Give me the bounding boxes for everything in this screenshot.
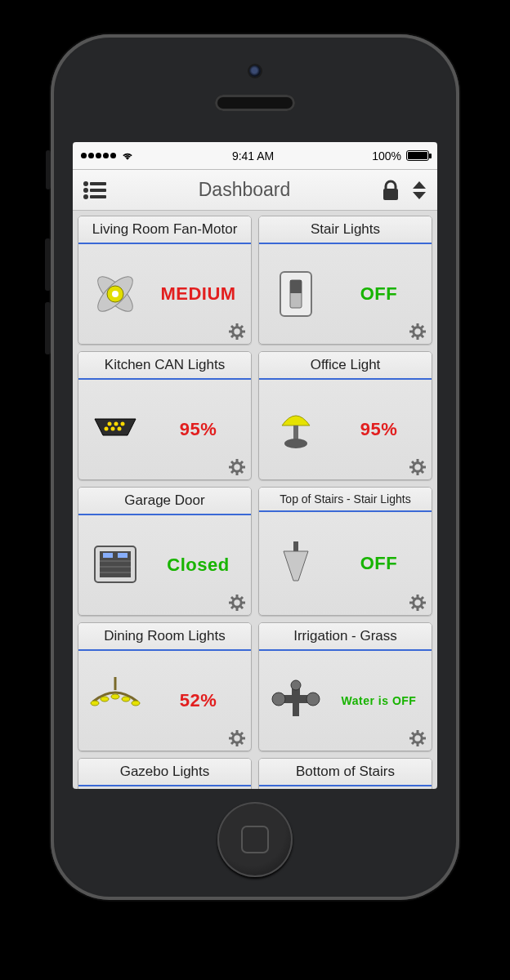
sprinkler-icon (267, 672, 324, 729)
app-header: Dashboard (73, 170, 437, 211)
tile-title: Stair Lights (259, 216, 432, 244)
page-title: Dashboard (199, 179, 291, 201)
canlight-icon (87, 401, 144, 458)
gear-icon[interactable] (409, 729, 427, 747)
device-tile[interactable]: Office Light95% (258, 351, 432, 480)
svg-marker-7 (413, 181, 426, 189)
tile-title: Gazebo Lights (78, 759, 251, 786)
gear-icon[interactable] (228, 594, 246, 612)
device-tile[interactable]: Irrigation - GrassWater is OFF (258, 622, 432, 751)
device-tile[interactable]: Living Room Fan-MotorMEDIUM (78, 216, 252, 345)
phone-speaker (215, 95, 295, 111)
chandelier-icon (87, 672, 144, 729)
lamp-icon (267, 401, 324, 458)
menu-list-icon[interactable] (83, 180, 107, 200)
wifi-icon (121, 151, 134, 161)
phone-side-button (45, 302, 51, 354)
gear-icon[interactable] (228, 458, 246, 476)
gear-icon[interactable] (409, 323, 427, 341)
tile-value: OFF (331, 283, 427, 305)
lock-icon[interactable] (382, 180, 400, 201)
signal-dots-icon (81, 153, 116, 158)
tile-value: Water is OFF (331, 694, 427, 707)
phone-side-button (45, 238, 51, 291)
svg-marker-8 (413, 192, 426, 199)
device-tile[interactable]: Kitchen CAN Lights95% (78, 351, 252, 480)
status-bar: 9:41 AM 100% (73, 142, 437, 170)
phone-camera (249, 65, 261, 77)
tile-title: Garage Door (78, 488, 251, 515)
phone-chassis: 9:41 AM 100% Dashboard (51, 34, 459, 900)
tile-body: 52% (78, 651, 251, 751)
tile-value: 95% (331, 419, 427, 440)
device-tile[interactable]: Stair LightsOFF (258, 216, 432, 345)
sconce-icon (267, 535, 324, 592)
tile-value: MEDIUM (150, 283, 246, 305)
dashboard-grid: Living Room Fan-MotorMEDIUMStair LightsO… (73, 211, 437, 789)
gear-icon[interactable] (228, 323, 246, 341)
tile-value: OFF (331, 553, 427, 574)
svg-rect-6 (383, 189, 398, 200)
switch-icon (267, 265, 324, 323)
tile-value: 95% (150, 419, 246, 440)
device-tile[interactable]: Garage DoorClosed (78, 487, 252, 616)
tile-title: Kitchen CAN Lights (78, 352, 251, 380)
gear-icon[interactable] (409, 594, 427, 612)
svg-point-0 (83, 181, 88, 186)
tile-value: Closed (150, 555, 246, 576)
tile-value: 52% (150, 690, 246, 711)
tile-body: Water is OFF (259, 651, 432, 751)
device-tile[interactable]: Top of Stairs - Stair LightsOFF (258, 487, 432, 616)
svg-point-4 (83, 194, 88, 199)
tile-title: Bottom of Stairs (259, 759, 432, 786)
gear-icon[interactable] (228, 729, 246, 747)
device-tile[interactable]: Bottom of Stairs (258, 758, 432, 789)
battery-icon (406, 150, 429, 161)
svg-point-2 (83, 188, 88, 193)
tile-title: Office Light (259, 352, 432, 380)
sort-arrows-icon[interactable] (411, 180, 427, 201)
screen: 9:41 AM 100% Dashboard (73, 142, 437, 789)
tile-body: 95% (259, 380, 432, 479)
status-time: 9:41 AM (232, 149, 274, 163)
fan-icon (87, 265, 144, 323)
tile-body: OFF (259, 512, 432, 615)
device-tile[interactable]: Gazebo Lights (78, 758, 252, 789)
tile-body: Closed (78, 515, 251, 615)
status-battery-text: 100% (372, 149, 401, 163)
svg-rect-5 (90, 195, 106, 198)
phone-home-button[interactable] (217, 802, 293, 877)
svg-rect-1 (90, 182, 106, 185)
tile-body: OFF (259, 244, 432, 344)
tile-title: Living Room Fan-Motor (78, 216, 251, 244)
phone-side-button (46, 150, 51, 189)
tile-body: 95% (78, 380, 251, 479)
gear-icon[interactable] (409, 458, 427, 476)
tile-title: Dining Room Lights (78, 623, 251, 651)
svg-rect-3 (90, 189, 106, 192)
tile-title: Irrigation - Grass (259, 623, 432, 651)
garage-icon (87, 537, 144, 594)
tile-title: Top of Stairs - Stair Lights (259, 488, 432, 512)
device-tile[interactable]: Dining Room Lights52% (78, 622, 252, 751)
tile-body: MEDIUM (78, 244, 251, 344)
